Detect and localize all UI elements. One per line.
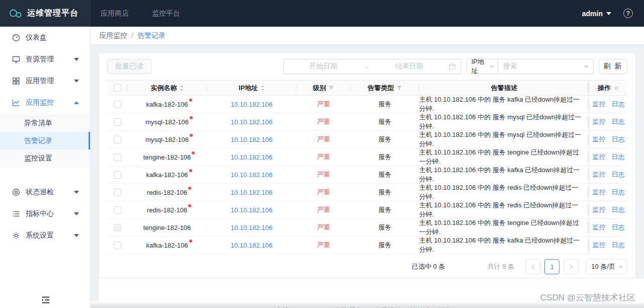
monitor-link[interactable]: 监控	[593, 117, 606, 126]
next-page-button[interactable]	[564, 259, 579, 274]
breadcrumb-current: 告警记录	[137, 31, 166, 40]
ip-cell: 10.10.182.106	[207, 166, 296, 183]
log-link[interactable]: 日志	[612, 117, 625, 126]
header-alert-type[interactable]: 告警类型	[351, 81, 419, 95]
row-checkbox[interactable]	[114, 171, 121, 179]
alerts-table: 实例名称 IP地址 级别 告警类型 告警描述	[107, 80, 627, 254]
alert-type-cell: 服务	[351, 184, 419, 201]
table-row: kafka-182-10610.10.182.106严重服务主机 10.10.1…	[107, 96, 627, 113]
ip-link[interactable]: 10.10.182.106	[230, 206, 272, 214]
log-link[interactable]: 日志	[612, 205, 625, 214]
sort-icon[interactable]	[180, 85, 184, 91]
column-settings-gear-icon[interactable]	[613, 85, 619, 91]
ip-link[interactable]: 10.10.182.106	[230, 118, 272, 126]
help-icon[interactable]: ?	[623, 9, 633, 18]
sidebar-item-system-settings[interactable]: 系统设置	[0, 224, 90, 246]
sidebar-item-app-monitoring[interactable]: 应用监控	[0, 92, 90, 113]
monitor-link[interactable]: 监控	[593, 241, 606, 250]
main-content: 应用监控 / 告警记录 批量已读 开始日期 → 结束日期 IP地址	[91, 27, 644, 308]
sidebar-subitem-alert-records[interactable]: 告警记录	[0, 132, 90, 149]
row-checkbox-cell	[107, 113, 127, 130]
selected-count: 已选中 0 条	[412, 262, 445, 271]
monitor-link[interactable]: 监控	[593, 170, 606, 179]
ip-link[interactable]: 10.10.182.106	[230, 189, 272, 196]
row-checkbox-cell	[107, 166, 127, 183]
log-link[interactable]: 日志	[612, 170, 625, 179]
sidebar-item-apps[interactable]: 应用管理	[0, 70, 90, 92]
ip-link[interactable]: 10.10.182.106	[230, 242, 272, 249]
operations-cell: 监控日志	[589, 219, 627, 236]
ip-link[interactable]: 10.10.182.106	[230, 171, 272, 179]
sidebar-item-status-inspection[interactable]: 状态巡检	[0, 181, 90, 203]
app-title: 运维管理平台	[27, 8, 78, 19]
monitor-link[interactable]: 监控	[593, 205, 606, 214]
level-badge: 严重	[317, 170, 330, 179]
monitor-link[interactable]: 监控	[593, 188, 606, 197]
chevron-down-icon	[490, 65, 494, 68]
row-checkbox[interactable]	[114, 242, 121, 249]
row-checkbox[interactable]	[114, 189, 121, 196]
ip-link[interactable]: 10.10.182.106	[230, 224, 272, 232]
breadcrumb-separator: /	[131, 32, 133, 40]
log-link[interactable]: 日志	[612, 188, 625, 197]
description-cell: 主机 10.10.182.106 中的 服务 tengine 已经down掉超过…	[419, 219, 589, 236]
header-level[interactable]: 级别	[296, 81, 351, 95]
description-cell: 主机 10.10.182.106 中的 服务 redis 已经down掉超过一分…	[419, 201, 589, 218]
sidebar-subitem-anomaly-list[interactable]: 异常清单	[0, 114, 90, 132]
filter-icon[interactable]	[396, 85, 402, 91]
bulk-read-button[interactable]: 批量已读	[107, 59, 151, 74]
log-link[interactable]: 日志	[612, 241, 625, 250]
monitor-link[interactable]: 监控	[593, 100, 606, 109]
ip-cell: 10.10.182.106	[207, 113, 296, 130]
sidebar-subitem-monitor-settings[interactable]: 监控设置	[0, 149, 90, 167]
nav-tab-monitor-platform[interactable]: 监控平台	[152, 9, 180, 18]
description-cell: 主机 10.10.182.106 中的 服务 mysql 已经down掉超过一分…	[419, 131, 589, 148]
ip-link[interactable]: 10.10.182.106	[230, 153, 272, 161]
start-date-placeholder: 开始日期	[284, 62, 363, 71]
operations-cell: 监控日志	[589, 201, 627, 218]
log-link[interactable]: 日志	[612, 135, 625, 144]
operations-cell: 监控日志	[589, 113, 627, 130]
monitor-link[interactable]: 监控	[593, 135, 606, 144]
ip-filter-select[interactable]: IP地址	[466, 59, 498, 74]
filter-icon[interactable]	[329, 85, 334, 91]
header-instance[interactable]: 实例名称	[127, 81, 207, 95]
row-checkbox-cell	[107, 184, 127, 201]
sidebar-item-resources[interactable]: 资源管理	[0, 48, 90, 70]
refresh-button[interactable]: 刷 新	[599, 59, 627, 74]
header-ip[interactable]: IP地址	[207, 81, 296, 95]
date-range-picker[interactable]: 开始日期 → 结束日期	[283, 59, 461, 74]
prev-page-button[interactable]	[525, 259, 540, 274]
select-all-checkbox[interactable]	[114, 84, 121, 92]
page-size-select[interactable]: 10 条/页	[586, 259, 627, 274]
ip-link[interactable]: 10.10.182.106	[230, 101, 272, 108]
level-badge: 严重	[317, 223, 330, 232]
monitor-link[interactable]: 监控	[593, 152, 606, 162]
nav-tab-app-store[interactable]: 应用商店	[101, 9, 129, 18]
sidebar-item-metrics-center[interactable]: 指标中心	[0, 203, 90, 224]
alert-type-cell: 服务	[351, 219, 419, 236]
gear-icon	[12, 232, 20, 240]
row-checkbox[interactable]	[114, 118, 121, 126]
sort-icon[interactable]	[261, 85, 265, 91]
total-count: 共计 9 条	[488, 262, 514, 271]
row-checkbox[interactable]	[114, 206, 121, 214]
row-checkbox[interactable]	[114, 101, 121, 108]
log-link[interactable]: 日志	[612, 152, 625, 162]
ip-link[interactable]: 10.10.182.106	[230, 136, 272, 143]
row-checkbox[interactable]	[114, 224, 121, 232]
sidebar-collapse-toggle[interactable]	[0, 296, 90, 304]
table-body: kafka-182-10610.10.182.106严重服务主机 10.10.1…	[107, 96, 627, 254]
page-number-1[interactable]: 1	[544, 259, 559, 274]
log-link[interactable]: 日志	[612, 223, 625, 232]
breadcrumb-parent[interactable]: 应用监控	[99, 31, 127, 40]
row-checkbox[interactable]	[114, 136, 121, 143]
row-checkbox[interactable]	[114, 153, 121, 161]
search-input[interactable]: 搜索	[498, 59, 594, 74]
instance-name: redis-182-106	[147, 206, 187, 214]
monitor-link[interactable]: 监控	[593, 223, 606, 232]
user-menu[interactable]: admin	[582, 10, 611, 18]
log-link[interactable]: 日志	[612, 100, 625, 109]
table-row: redis-182-10610.10.182.106严重服务主机 10.10.1…	[107, 184, 627, 201]
sidebar-item-dashboard[interactable]: 仪表盘	[0, 27, 90, 48]
